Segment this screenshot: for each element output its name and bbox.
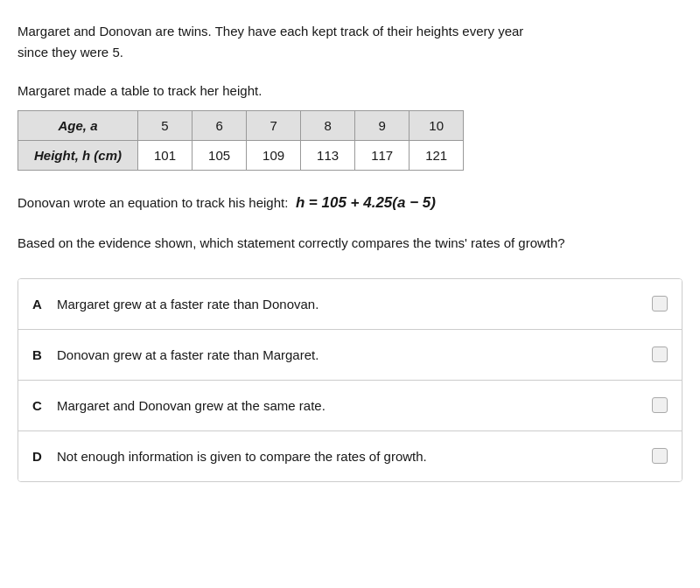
table-header-val-7: 7 [247,111,301,141]
table-height-val-5: 121 [410,141,464,171]
option-radio-c[interactable] [652,397,668,413]
option-text-b: Donovan grew at a faster rate than Marga… [57,346,643,364]
question-text: Based on the evidence shown, which state… [18,233,682,254]
intro-line2: since they were 5. [18,45,123,60]
option-letter-c: C [32,398,57,413]
option-row-a[interactable]: AMargaret grew at a faster rate than Don… [18,279,682,330]
height-table: Age, a5678910 Height, h (cm)101105109113… [18,110,464,171]
option-text-d: Not enough information is given to compa… [57,447,643,466]
intro-line1: Margaret and Donovan are twins. They hav… [18,24,523,38]
intro-text: Margaret and Donovan are twins. They hav… [18,21,682,63]
table-height-val-4: 117 [355,141,410,171]
option-radio-a[interactable] [652,296,668,312]
table-height-val-0: 101 [138,141,192,171]
table-header-val-9: 9 [355,111,410,141]
table-header-age: Age, a [18,111,138,141]
option-row-c[interactable]: CMargaret and Donovan grew at the same r… [18,381,682,431]
option-radio-d[interactable] [652,448,668,464]
table-data-row: Height, h (cm)101105109113117121 [18,141,464,171]
table-height-val-1: 105 [192,141,247,171]
table-header-val-10: 10 [410,111,464,141]
option-radio-b[interactable] [652,346,668,362]
option-row-b[interactable]: BDonovan grew at a faster rate than Marg… [18,330,682,381]
option-text-c: Margaret and Donovan grew at the same ra… [57,396,643,415]
option-text-a: Margaret grew at a faster rate than Dono… [57,295,643,313]
equation-prefix: Donovan wrote an equation to track his h… [18,195,288,210]
table-header-val-6: 6 [192,111,247,141]
table-header-val-8: 8 [301,111,355,141]
table-header-val-5: 5 [138,111,192,141]
answer-options: AMargaret grew at a faster rate than Don… [18,278,682,482]
option-letter-b: B [32,347,57,362]
option-letter-a: A [32,297,57,312]
table-height-val-3: 113 [301,141,355,171]
table-label: Margaret made a table to track her heigh… [18,80,682,102]
option-row-d[interactable]: DNot enough information is given to comp… [18,431,682,481]
table-height-val-2: 109 [247,141,301,171]
table-height-label: Height, h (cm) [18,141,138,171]
option-letter-d: D [32,449,57,464]
equation-display: h = 105 + 4.25(a − 5) [292,195,436,210]
equation-line: Donovan wrote an equation to track his h… [18,190,682,217]
table-header-row: Age, a5678910 [18,111,464,141]
